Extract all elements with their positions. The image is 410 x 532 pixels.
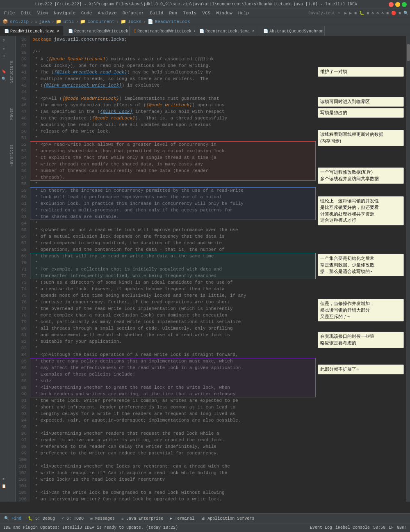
code-line: * It exploits the fact that while only a… xyxy=(32,154,316,161)
annotation-0: 维护了一对锁 xyxy=(318,67,404,77)
sidebar-terminal-icon[interactable]: ▶ xyxy=(1,475,7,482)
bottom-tools-bar: 🔍 Find 🐛 5: Debug ✓ 6: TODO ✉ Messages ☕… xyxy=(0,513,410,523)
sidebar-project-icon[interactable]: P xyxy=(1,38,7,44)
maximize-button[interactable] xyxy=(395,2,400,7)
terminal-tool[interactable]: ▶ Terminal xyxy=(168,516,196,521)
code-line: * write lock? Is the read lock itself re… xyxy=(32,476,316,483)
code-line: * all threads through a small section of… xyxy=(32,325,316,332)
menu-build[interactable]: Build xyxy=(147,10,166,16)
title-bar: ttes222 [C:ttes222] - X:\Program Files\J… xyxy=(0,0,410,9)
debug-tool[interactable]: 🐛 5: Debug xyxy=(26,516,57,521)
scrollbar-thumb[interactable] xyxy=(407,44,410,61)
code-line: * expected. Fair, or &quot;in-order&quot… xyxy=(32,417,316,424)
code-line: * <p>Whether or not a read-write lock wi… xyxy=(32,227,316,233)
menu-code[interactable]: Code xyxy=(79,10,94,16)
favorites-label[interactable]: Favorites xyxy=(9,144,14,167)
code-line: * multiple reader threads, so long as th… xyxy=(32,76,316,82)
code-line: * Lock locks}), one for read-only operat… xyxy=(32,62,316,69)
app-servers-tool[interactable]: 🖥 Application Servers xyxy=(199,516,256,521)
filepath-util[interactable]: util xyxy=(63,19,74,24)
code-line: * xyxy=(32,483,316,489)
code-line: * <p>All ({@code ReadWriteLock}) impleme… xyxy=(32,95,316,102)
annotation-5: 理论上，这种读写锁的并发性是比互斥锁要好的，但还要看计算机的处理器和共享资源适合… xyxy=(318,196,404,225)
code-line: * read compared to being modified, the d… xyxy=(32,240,316,246)
filepath-java[interactable]: java xyxy=(39,19,50,24)
code-line: * realized on a multi-processor, and the… xyxy=(32,207,316,213)
code-line: * of a mutual exclusion lock depends on … xyxy=(32,233,316,240)
minimize-button[interactable] xyxy=(389,2,394,7)
menu-vcs[interactable]: VCS xyxy=(200,10,213,16)
code-line: * reader is active and a writer is waiti… xyxy=(32,437,316,443)
window-controls[interactable] xyxy=(389,2,407,7)
menu-window[interactable]: Window xyxy=(214,10,235,16)
tab-reentrantlock[interactable]: 📄ReentrantLock.java × xyxy=(195,26,259,36)
irebel-console-btn[interactable]: iRebel Console xyxy=(335,525,370,530)
annotation-9: 此部分就不扩展了~ xyxy=(318,365,404,374)
code-line: * accessing shared data than that permit… xyxy=(32,148,316,154)
menu-bar: File Edit View Navigate Code Analyze Ref… xyxy=(0,9,410,17)
tab-readwritelock[interactable]: 📄ReadWriteLock.java × xyxy=(0,26,64,36)
code-line: * (as specified in the ({@link Lock} int… xyxy=(32,108,316,115)
code-line: * Preference to the reader can delay the… xyxy=(32,443,316,450)
code-line: * both readers and writers are waiting, … xyxy=(32,391,316,397)
menu-edit[interactable]: Edit xyxy=(18,10,34,16)
code-line: * <ul> xyxy=(32,378,316,384)
code-line: * <li>Determining whether readers that r… xyxy=(32,430,316,437)
annotation-4: 一个写进程修改数据(互斥)多个读线程并发访问共享数据 xyxy=(318,167,404,184)
sidebar-structure-icon[interactable]: ⊞ xyxy=(1,53,7,59)
code-line: * increase in concurrency. Further, if t… xyxy=(32,299,316,305)
menu-help[interactable]: Help xyxy=(236,10,251,16)
menu-run[interactable]: Run xyxy=(166,10,180,16)
code-line: * A ({@code ReadWriteLock}) maintains a … xyxy=(32,56,316,62)
tab-abstractqueued[interactable]: 📄AbstractQueuedSynchronizer.java × xyxy=(259,26,325,36)
code-area-wrapper: package java.util.concurrent.locks; /** … xyxy=(30,36,316,502)
title-text: ttes222 [C:ttes222] - X:\Program Files\J… xyxy=(3,2,389,7)
code-line: * In theory, the increase in concurrency… xyxy=(32,187,316,194)
menu-tools[interactable]: Tools xyxy=(180,10,199,16)
status-charset: GBK↑ xyxy=(397,525,407,530)
todo-tool[interactable]: ✓ 6: TODO xyxy=(60,516,85,521)
filepath-readwritelock[interactable]: ReadWriteLock xyxy=(155,19,190,24)
code-line: * xyxy=(32,259,316,266)
filepath-concurrent[interactable]: concurrent xyxy=(87,19,114,24)
menu-view[interactable]: View xyxy=(35,10,50,16)
tab-reentrantreadwritelock[interactable]: 📄ReentrantReadWriteLock.java × xyxy=(64,26,130,36)
code-line: * the memory synchronization effects of … xyxy=(32,102,316,108)
editor-scrollbar[interactable] xyxy=(406,36,410,502)
menu-refactor[interactable]: Refactor xyxy=(120,10,147,16)
code-line: * lock will lead to performance improvem… xyxy=(32,194,316,200)
messages-tool[interactable]: ✉ Messages xyxy=(89,516,116,521)
annotation-6: 一个集合要是初始化之后常常是查询数据、少量修改数据，那么是适合读写锁的~ xyxy=(318,254,404,276)
menu-navigate[interactable]: Navigate xyxy=(51,10,78,16)
code-line: * xyxy=(32,181,316,187)
close-button[interactable] xyxy=(402,2,407,7)
sidebar-fav-icon[interactable]: ★ xyxy=(1,45,7,52)
sidebar-event-icon[interactable]: 📋 xyxy=(1,483,7,489)
code-line: * cost, particularly as many read-write … xyxy=(32,319,316,325)
code-line: * xyxy=(32,220,316,227)
code-line: * threads). xyxy=(32,174,316,181)
sidebar-find-icon[interactable]: 🔍 xyxy=(1,76,7,82)
find-tool[interactable]: 🔍 Find xyxy=(2,516,23,521)
code-line: /** xyxy=(32,49,316,56)
filepath-locks[interactable]: locks xyxy=(128,19,141,24)
status-left: IDE and Plugin Updates: IntelliJ IDEA is… xyxy=(3,525,307,530)
code-line: package java.util.concurrent.locks; xyxy=(32,36,316,43)
code-line: * xyxy=(32,424,316,430)
annotation-1: 读锁可同时进入到临界区 xyxy=(318,97,404,107)
code-line: * <li>Determining whether the locks are … xyxy=(32,463,316,470)
code-line: * acquiring the read lock will see all u… xyxy=(32,122,316,128)
sidebar-bookmarks-icon[interactable]: 🔖 xyxy=(1,68,7,75)
maven-label[interactable]: Maven xyxy=(9,108,14,120)
tab-reentrantrwlock[interactable]: IReentrantReadWriteLock × xyxy=(130,26,195,36)
status-bar: IDE and Plugin Updates: IntelliJ IDEA is… xyxy=(0,523,410,532)
menu-file[interactable]: File xyxy=(2,10,17,16)
structure-label[interactable]: Structure xyxy=(9,61,14,83)
filepath-srczip[interactable]: src.zip xyxy=(10,19,29,24)
tabs-bar: 📄ReadWriteLock.java × 📄ReentrantReadWrit… xyxy=(0,26,410,36)
java-enterprise-tool[interactable]: ☕ Java Enterprise xyxy=(120,516,165,521)
code-line: * ({@link #writeLock write lock}) is exc… xyxy=(32,82,316,89)
code-area[interactable]: package java.util.concurrent.locks; /** … xyxy=(30,36,316,502)
event-log-btn[interactable]: Event Log xyxy=(310,525,332,530)
menu-analyze[interactable]: Analyze xyxy=(95,10,119,16)
